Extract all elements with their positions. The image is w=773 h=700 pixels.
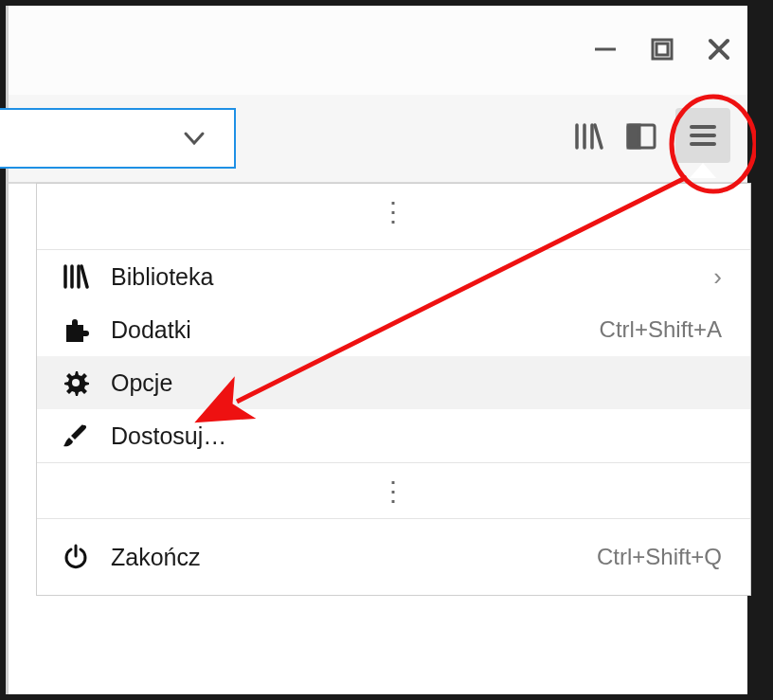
- svg-point-20: [72, 379, 80, 386]
- menu-item-library[interactable]: Biblioteka ›: [37, 250, 750, 303]
- gear-icon: [62, 368, 99, 397]
- close-button[interactable]: [691, 30, 747, 68]
- menu-item-exit[interactable]: Zakończ Ctrl+Shift+Q: [37, 519, 750, 595]
- hamburger-menu-button[interactable]: [675, 108, 730, 163]
- menu-item-label: Biblioteka: [111, 263, 213, 291]
- svg-rect-2: [656, 44, 668, 55]
- menu-item-label: Opcje: [111, 369, 172, 397]
- menu-item-shortcut: Ctrl+Shift+Q: [597, 544, 722, 570]
- chevron-down-icon[interactable]: [181, 125, 207, 152]
- chevron-right-icon: ›: [713, 262, 722, 292]
- svg-line-18: [81, 266, 87, 287]
- menu-pointer-caret: [690, 163, 716, 178]
- menu-item-label: Zakończ: [111, 544, 200, 571]
- menu-item-addons[interactable]: Dodatki Ctrl+Shift+A: [37, 303, 750, 356]
- menu-item-label: Dostosuj…: [111, 422, 226, 450]
- menu-item-customize[interactable]: Dostosuj…: [37, 409, 750, 462]
- svg-line-9: [595, 125, 602, 148]
- power-icon: [62, 543, 99, 571]
- sidebar-toolbar-button[interactable]: [615, 108, 668, 165]
- window-titlebar: [9, 6, 747, 95]
- address-search-box[interactable]: [0, 108, 236, 169]
- minimize-button[interactable]: [577, 30, 634, 68]
- library-icon: [62, 262, 99, 291]
- menu-ellipsis-mid: ⋮: [37, 462, 750, 519]
- menu-item-shortcut: Ctrl+Shift+A: [600, 316, 722, 343]
- menu-item-label: Dodatki: [111, 316, 191, 344]
- main-menu-panel: ⋮ Biblioteka › Dodatki Ctr: [37, 184, 750, 595]
- svg-rect-11: [628, 125, 639, 148]
- menu-item-options[interactable]: Opcje: [37, 356, 750, 409]
- menu-ellipsis-top: ⋮: [37, 184, 750, 250]
- brush-icon: [62, 422, 99, 450]
- library-toolbar-button[interactable]: [562, 108, 615, 165]
- puzzle-icon: [62, 315, 99, 344]
- maximize-button[interactable]: [634, 30, 691, 68]
- browser-toolbar: [9, 95, 747, 184]
